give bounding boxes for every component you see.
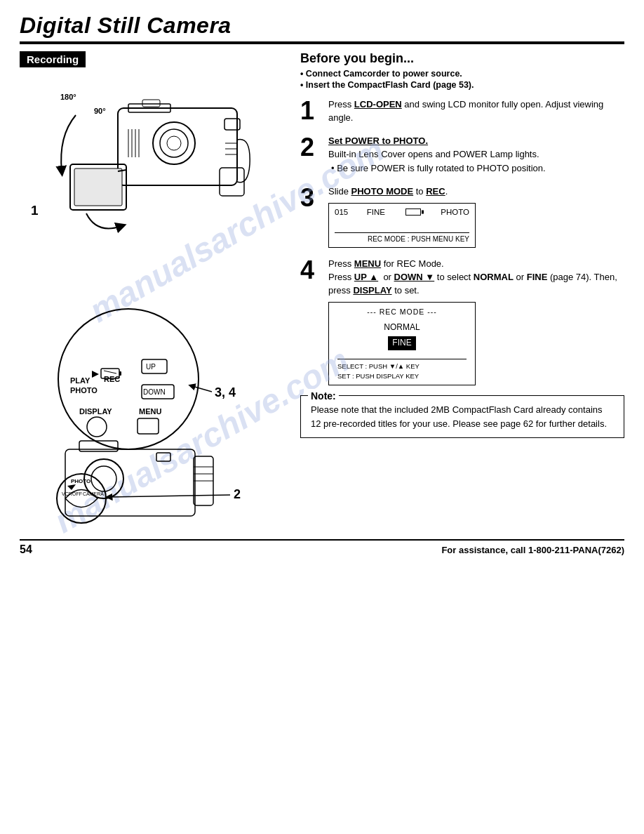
step-4-number: 4 [300,258,320,283]
lcd-number: 015 [335,206,348,218]
rec-mode-title: --- REC MODE --- [337,307,467,317]
step-4-down: DOWN ▼ [394,272,435,282]
svg-text:REC: REC [104,375,120,383]
before-begin-item-1: Connect Camcorder to power source. [300,69,624,79]
svg-point-3 [153,122,195,164]
title-divider [20,41,624,44]
svg-marker-53 [67,484,76,490]
svg-text:UP: UP [146,363,156,371]
step-4: 4 Press MENU for REC Mode. Press UP ▲ or… [300,258,624,385]
svg-text:3, 4: 3, 4 [215,385,236,399]
before-begin-item-2: Insert the CompactFlash Card (page 53). [300,80,624,90]
controls-svg: PLAY REC PHOTO UP DOWN [20,288,272,527]
svg-text:VCR: VCR [62,491,72,496]
svg-rect-43 [156,453,170,461]
step-2-bullet-1: Be sure POWER is fully rotated to PHOTO … [331,162,624,176]
page-number: 54 [20,543,32,556]
step-3-photo-mode: PHOTO MODE [351,186,414,197]
step-1: 1 Press LCD-OPEN and swing LCD monitor f… [300,98,624,125]
left-column: Recording 180° [20,51,286,527]
page-title: Digital Still Camera [20,13,624,39]
svg-text:DISPLAY: DISPLAY [79,407,112,416]
svg-text:90°: 90° [94,107,106,115]
lcd-quality: FINE [367,206,385,218]
right-column: Before you begin... Connect Camcorder to… [293,51,624,527]
note-box: Note: Please note that the included 2MB … [300,395,624,438]
step-2-bullets: Be sure POWER is fully rotated to PHOTO … [328,162,624,176]
svg-rect-16 [142,100,160,107]
page-footer: 54 For assistance, call 1-800-211-PANA(7… [20,539,624,559]
rec-mode-fine: FINE [388,336,415,350]
step-3-content: Slide PHOTO MODE to REC. 015 FINE PHOTO … [328,185,624,248]
svg-point-5 [167,136,181,150]
step-4-up: UP ▲ [354,272,378,282]
svg-text:PHOTO: PHOTO [70,386,98,395]
content-row: Recording 180° [20,51,624,527]
svg-marker-23 [92,371,99,378]
rec-mode-fine-wrap: FINE [337,336,467,354]
svg-text:PLAY: PLAY [70,376,90,385]
step-3: 3 Slide PHOTO MODE to REC. 015 FINE PHOT… [300,185,624,248]
footer-assistance: For assistance, call 1-800-211-PANA(7262… [441,545,624,555]
rec-mode-normal: NORMAL [337,322,467,333]
svg-text:MENU: MENU [139,407,161,416]
battery-icon [405,208,421,216]
step-3-rec: REC [426,186,445,197]
svg-text:2: 2 [234,487,241,501]
step-4-display: DISPLAY [353,285,391,296]
lcd-bottom-row: REC MODE : PUSH MENU KEY [335,232,469,245]
rec-mode-box: --- REC MODE --- NORMAL FINE SELECT : PU… [328,302,476,386]
svg-text:180°: 180° [60,93,76,101]
camcorder-svg: 180° 90° [20,73,258,280]
note-label: Note: [308,389,339,404]
svg-text:OFF: OFF [72,491,82,496]
svg-line-55 [109,495,230,497]
rec-mode-set-line: SET : PUSH DISPLAY KEY [337,371,467,381]
step-2-content: Set POWER to PHOTO. Built-in Lens Cover … [328,135,624,176]
camera-diagram: 180° 90° [20,73,258,284]
step-1-number: 1 [300,98,320,124]
svg-text:CAMERA: CAMERA [83,491,104,496]
page: manualsarchive.com manualsarchive.com Di… [0,0,644,834]
step-1-content: Press LCD-OPEN and swing LCD monitor ful… [328,98,624,125]
before-begin-list: Connect Camcorder to power source. Inser… [300,69,624,90]
svg-point-35 [87,417,107,437]
recording-badge: Recording [20,51,86,67]
svg-line-38 [192,386,212,392]
before-begin-title: Before you begin... [300,51,624,66]
rec-mode-select-line: SELECT : PUSH ▼/▲ KEY [337,362,467,371]
step-1-lcd-open: LCD-OPEN [354,99,402,110]
svg-point-4 [160,129,188,157]
before-begin-section: Before you begin... Connect Camcorder to… [300,51,624,90]
lcd-mode: PHOTO [441,206,469,218]
svg-line-26 [104,371,116,373]
step-2-number: 2 [300,135,320,160]
step-2: 2 Set POWER to PHOTO. Built-in Lens Cove… [300,135,624,176]
step-2-power: Set POWER to PHOTO. [328,135,428,146]
svg-text:DOWN: DOWN [143,388,166,396]
svg-rect-11 [74,168,122,206]
lcd-display: 015 FINE PHOTO REC MODE : PUSH MENU KEY [328,203,476,248]
controls-area: PLAY REC PHOTO UP DOWN [20,288,272,527]
note-text: Please note that the included 2MB Compac… [311,404,607,429]
step-4-menu: MENU [354,258,381,269]
rec-mode-select: SELECT : PUSH ▼/▲ KEY SET : PUSH DISPLAY… [337,359,467,381]
svg-text:1: 1 [31,203,39,218]
step-4-content: Press MENU for REC Mode. Press UP ▲ or D… [328,258,624,385]
svg-text:PHOTO: PHOTO [71,478,90,484]
lcd-top-row: 015 FINE PHOTO [335,206,469,218]
svg-rect-36 [137,418,159,434]
step-3-number: 3 [300,185,320,211]
